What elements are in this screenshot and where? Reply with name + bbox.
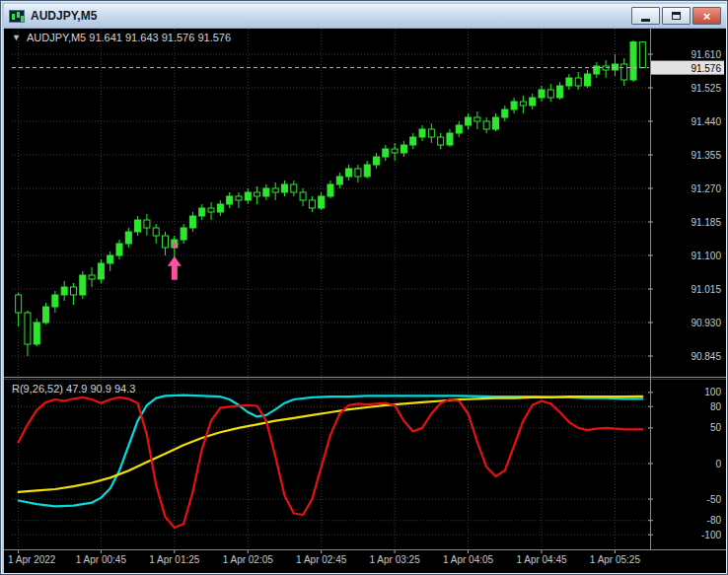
- chart-canvas[interactable]: ★91.61091.52591.44091.35591.27091.18591.…: [4, 29, 726, 573]
- svg-text:91.185: 91.185: [691, 217, 721, 228]
- svg-text:1 Apr 2022: 1 Apr 2022: [8, 554, 56, 565]
- svg-text:90.930: 90.930: [691, 318, 721, 328]
- indicator-line-slow: [19, 396, 643, 492]
- svg-text:100: 100: [704, 387, 721, 397]
- window-controls: ×: [631, 7, 721, 25]
- svg-text:1 Apr 04:45: 1 Apr 04:45: [516, 554, 567, 565]
- svg-text:1 Apr 04:05: 1 Apr 04:05: [443, 554, 494, 565]
- svg-text:91.610: 91.610: [691, 49, 721, 60]
- svg-text:91.015: 91.015: [691, 284, 721, 295]
- svg-text:91.525: 91.525: [691, 83, 721, 94]
- indicator-line-fast: [19, 397, 643, 528]
- window-titlebar[interactable]: AUDJPY,M5 ×: [4, 4, 726, 29]
- svg-text:0: 0: [715, 459, 721, 469]
- svg-text:-100: -100: [701, 530, 721, 540]
- chart-window-icon: [9, 10, 25, 23]
- svg-text:1 Apr 02:45: 1 Apr 02:45: [296, 554, 347, 565]
- svg-text:90.845: 90.845: [691, 351, 721, 362]
- minimize-button[interactable]: [631, 7, 660, 25]
- svg-text:91.576: 91.576: [691, 63, 721, 74]
- svg-text:91.440: 91.440: [691, 116, 721, 127]
- svg-text:-50: -50: [707, 494, 722, 505]
- svg-text:1 Apr 05:25: 1 Apr 05:25: [590, 554, 641, 565]
- minimize-icon: [641, 19, 650, 22]
- svg-text:-80: -80: [707, 515, 722, 526]
- svg-text:1 Apr 00:45: 1 Apr 00:45: [76, 554, 127, 565]
- restore-icon: [672, 12, 681, 20]
- svg-text:★: ★: [170, 239, 180, 251]
- svg-text:1 Apr 03:25: 1 Apr 03:25: [370, 554, 421, 565]
- svg-text:91.270: 91.270: [691, 183, 721, 194]
- window-title: AUDJPY,M5: [31, 9, 97, 23]
- chart-window: AUDJPY,M5 × ★91.61091.52591.44091.35591.…: [0, 0, 728, 575]
- buy-signal-marker: ★: [168, 239, 182, 280]
- chart-client-area: ★91.61091.52591.44091.35591.27091.18591.…: [4, 29, 726, 573]
- svg-text:91.355: 91.355: [691, 150, 721, 161]
- buy-arrow-icon: [168, 256, 182, 280]
- close-button[interactable]: ×: [692, 7, 721, 25]
- indicator-layer: [19, 395, 643, 528]
- svg-text:1 Apr 02:05: 1 Apr 02:05: [223, 554, 274, 565]
- close-icon: ×: [703, 10, 711, 23]
- svg-text:91.100: 91.100: [691, 251, 721, 261]
- svg-text:50: 50: [710, 422, 722, 433]
- svg-text:80: 80: [710, 401, 722, 412]
- grid-layer: [12, 29, 649, 549]
- svg-text:1 Apr 01:25: 1 Apr 01:25: [149, 554, 200, 565]
- quick-trade-arrow-icon[interactable]: ▼: [12, 33, 21, 42]
- restore-button[interactable]: [662, 7, 691, 25]
